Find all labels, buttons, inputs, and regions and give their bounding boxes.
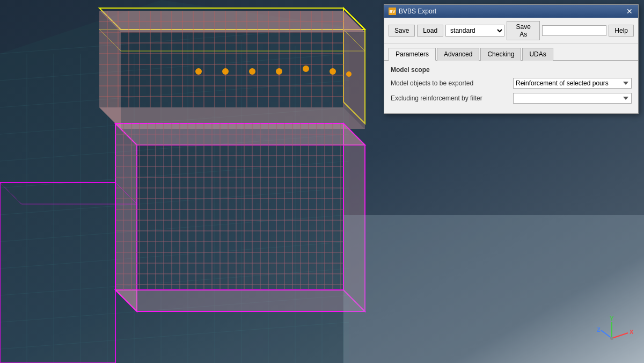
svg-point-117: [195, 68, 202, 75]
load-button[interactable]: Load: [417, 25, 443, 37]
tab-parameters[interactable]: Parameters: [389, 48, 436, 61]
svg-point-118: [222, 68, 229, 75]
dialog-title: BV BVBS Export: [389, 8, 436, 15]
model-objects-select[interactable]: Reinforcement of selected poursAll reinf…: [513, 78, 632, 89]
save-as-input[interactable]: [542, 25, 606, 36]
dialog-titlebar: BV BVBS Export ✕: [384, 5, 638, 18]
svg-marker-126: [343, 215, 644, 363]
preset-select[interactable]: standardcustom1custom2: [445, 25, 504, 37]
svg-point-133: [610, 337, 613, 340]
dialog-content: Model scope Model objects to be exported…: [384, 61, 638, 113]
svg-point-120: [276, 68, 282, 75]
model-objects-row: Model objects to be exported Reinforceme…: [391, 78, 632, 89]
svg-marker-73: [115, 290, 365, 311]
dialog-icon: BV: [389, 8, 396, 15]
dialog-close-button[interactable]: ✕: [625, 7, 634, 16]
tab-udas[interactable]: UDAs: [522, 48, 553, 61]
filter-label: Excluding reinforcement by filter: [391, 95, 509, 102]
tab-checking[interactable]: Checking: [480, 48, 521, 61]
help-button[interactable]: Help: [609, 25, 634, 37]
svg-point-122: [330, 68, 336, 75]
svg-text:X: X: [630, 329, 634, 335]
filter-select[interactable]: Filter 1Filter 2: [513, 93, 632, 104]
dialog-title-text: BVBS Export: [399, 8, 436, 15]
filter-control: Filter 1Filter 2: [513, 93, 632, 104]
model-objects-control: Reinforcement of selected poursAll reinf…: [513, 78, 632, 89]
svg-marker-71: [115, 124, 137, 311]
model-objects-label: Model objects to be exported: [391, 79, 509, 87]
svg-point-123: [346, 71, 352, 77]
svg-text:Z: Z: [597, 326, 601, 333]
bvbs-export-dialog: BV BVBS Export ✕ Save Load standardcusto…: [384, 4, 639, 114]
save-as-button[interactable]: Save As: [507, 21, 540, 40]
svg-point-121: [303, 66, 309, 72]
save-button[interactable]: Save: [389, 25, 415, 37]
dialog-toolbar: Save Load standardcustom1custom2 Save As…: [384, 18, 638, 44]
section-title: Model scope: [391, 66, 632, 74]
dialog-tabs: Parameters Advanced Checking UDAs: [384, 44, 638, 61]
svg-point-119: [249, 68, 255, 75]
svg-text:Y: Y: [610, 315, 614, 322]
filter-row: Excluding reinforcement by filter Filter…: [391, 93, 632, 104]
tab-advanced[interactable]: Advanced: [437, 48, 479, 61]
